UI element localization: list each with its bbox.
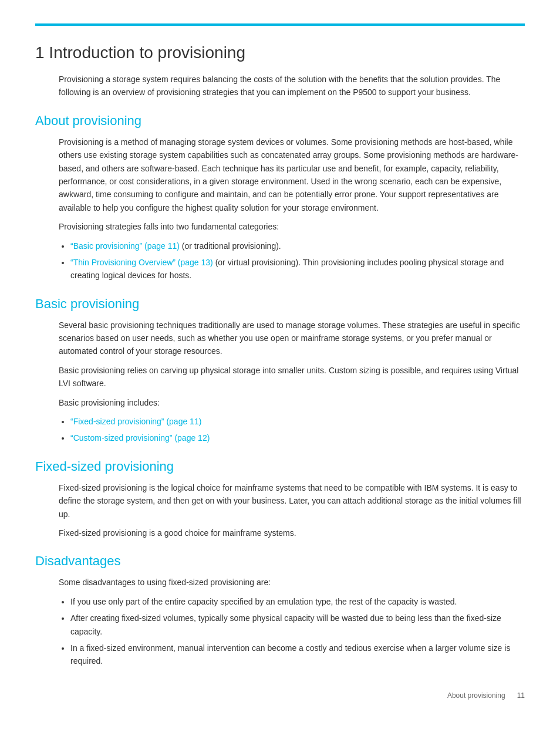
custom-sized-link[interactable]: “Custom-sized provisioning” (page 12) [70, 433, 210, 443]
about-bullet-1-text: (or traditional provisioning). [180, 241, 281, 251]
body-about-provisioning: Provisioning is a method of managing sto… [59, 136, 525, 282]
section-about-provisioning: About provisioning Provisioning is a met… [35, 113, 525, 282]
heading-about-provisioning: About provisioning [35, 113, 525, 129]
basic-para-3: Basic provisioning includes: [59, 396, 525, 409]
top-border [35, 23, 525, 26]
footer-right: 11 [517, 691, 525, 700]
body-disadvantages: Some disadvantages to using fixed-sized … [59, 576, 525, 667]
page-footer: About provisioning 11 [447, 691, 525, 700]
about-para-1: Provisioning is a method of managing sto… [59, 136, 525, 214]
about-bullet-2: “Thin Provisioning Overview” (page 13) (… [70, 256, 525, 282]
thin-provisioning-link[interactable]: “Thin Provisioning Overview” (page 13) [70, 258, 213, 267]
disadv-bullets: If you use only part of the entire capac… [70, 595, 525, 668]
basic-para-1: Several basic provisioning techniques tr… [59, 319, 525, 358]
about-bullet-1: “Basic provisioning” (page 11) (or tradi… [70, 239, 525, 252]
basic-bullet-1: “Fixed-sized provisioning” (page 11) [70, 415, 525, 428]
disadv-para-1: Some disadvantages to using fixed-sized … [59, 576, 525, 589]
footer-left: About provisioning [447, 691, 505, 700]
basic-bullets: “Fixed-sized provisioning” (page 11) “Cu… [70, 415, 525, 445]
about-para-2: Provisioning strategies falls into two f… [59, 220, 525, 233]
fixed-para-1: Fixed-sized provisioning is the logical … [59, 481, 525, 521]
disadv-bullet-2: After creating fixed-sized volumes, typi… [70, 612, 525, 638]
basic-bullet-2: “Custom-sized provisioning” (page 12) [70, 431, 525, 444]
disadv-bullet-3: In a fixed-sized environment, manual int… [70, 642, 525, 668]
disadv-bullet-1: If you use only part of the entire capac… [70, 595, 525, 608]
basic-para-2: Basic provisioning relies on carving up … [59, 364, 525, 390]
fixed-sized-link[interactable]: “Fixed-sized provisioning” (page 11) [70, 417, 201, 426]
basic-provisioning-link[interactable]: “Basic provisioning” (page 11) [70, 241, 180, 251]
section-basic-provisioning: Basic provisioning Several basic provisi… [35, 296, 525, 445]
body-fixed-sized: Fixed-sized provisioning is the logical … [59, 481, 525, 540]
chapter-title: 1 Introduction to provisioning [35, 43, 525, 62]
heading-disadvantages: Disadvantages [35, 553, 525, 569]
fixed-para-2: Fixed-sized provisioning is a good choic… [59, 526, 525, 539]
about-bullets: “Basic provisioning” (page 11) (or tradi… [70, 239, 525, 282]
section-fixed-sized: Fixed-sized provisioning Fixed-sized pro… [35, 459, 525, 540]
intro-paragraph: Provisioning a storage system requires b… [59, 73, 525, 99]
heading-fixed-sized: Fixed-sized provisioning [35, 459, 525, 474]
heading-basic-provisioning: Basic provisioning [35, 296, 525, 312]
section-disadvantages: Disadvantages Some disadvantages to usin… [35, 553, 525, 667]
body-basic-provisioning: Several basic provisioning techniques tr… [59, 319, 525, 445]
page-container: 1 Introduction to provisioning Provision… [0, 0, 560, 717]
